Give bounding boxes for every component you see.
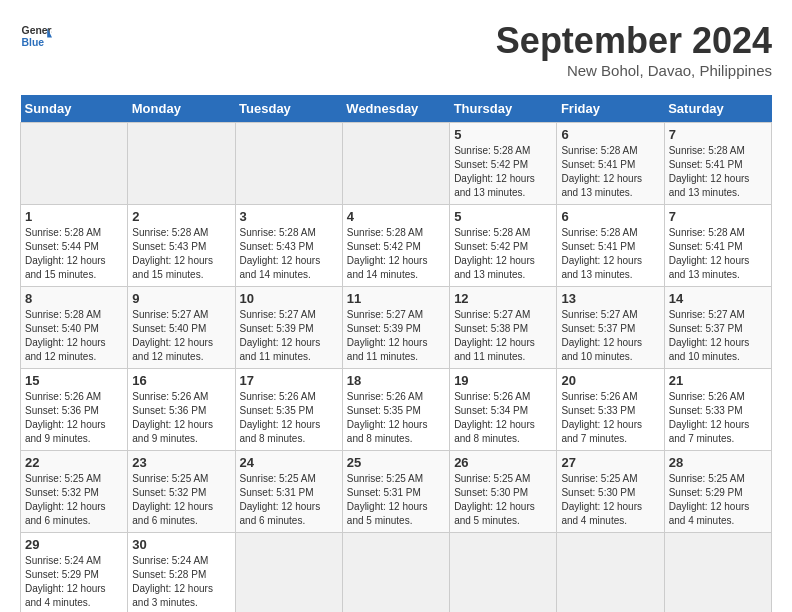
day-info: Sunrise: 5:28 AMSunset: 5:41 PMDaylight:… (561, 226, 659, 282)
day-info: Sunrise: 5:24 AMSunset: 5:29 PMDaylight:… (25, 554, 123, 610)
day-info: Sunrise: 5:28 AMSunset: 5:44 PMDaylight:… (25, 226, 123, 282)
day-info: Sunrise: 5:26 AMSunset: 5:36 PMDaylight:… (132, 390, 230, 446)
weekday-header-thursday: Thursday (450, 95, 557, 123)
weekday-header-row: SundayMondayTuesdayWednesdayThursdayFrid… (21, 95, 772, 123)
day-number: 5 (454, 127, 552, 142)
day-number: 21 (669, 373, 767, 388)
day-number: 16 (132, 373, 230, 388)
calendar-cell: 4Sunrise: 5:28 AMSunset: 5:42 PMDaylight… (342, 205, 449, 287)
day-number: 11 (347, 291, 445, 306)
day-info: Sunrise: 5:28 AMSunset: 5:41 PMDaylight:… (669, 226, 767, 282)
calendar-cell: 21Sunrise: 5:26 AMSunset: 5:33 PMDayligh… (664, 369, 771, 451)
calendar-cell: 5Sunrise: 5:28 AMSunset: 5:42 PMDaylight… (450, 123, 557, 205)
day-number: 9 (132, 291, 230, 306)
day-info: Sunrise: 5:26 AMSunset: 5:35 PMDaylight:… (240, 390, 338, 446)
calendar-cell (128, 123, 235, 205)
day-info: Sunrise: 5:28 AMSunset: 5:40 PMDaylight:… (25, 308, 123, 364)
day-number: 5 (454, 209, 552, 224)
day-info: Sunrise: 5:25 AMSunset: 5:29 PMDaylight:… (669, 472, 767, 528)
day-info: Sunrise: 5:28 AMSunset: 5:42 PMDaylight:… (347, 226, 445, 282)
day-number: 6 (561, 209, 659, 224)
day-number: 7 (669, 127, 767, 142)
day-info: Sunrise: 5:28 AMSunset: 5:43 PMDaylight:… (240, 226, 338, 282)
day-number: 17 (240, 373, 338, 388)
calendar-cell: 18Sunrise: 5:26 AMSunset: 5:35 PMDayligh… (342, 369, 449, 451)
calendar-cell (342, 123, 449, 205)
weekday-header-wednesday: Wednesday (342, 95, 449, 123)
calendar-cell: 27Sunrise: 5:25 AMSunset: 5:30 PMDayligh… (557, 451, 664, 533)
calendar-cell: 26Sunrise: 5:25 AMSunset: 5:30 PMDayligh… (450, 451, 557, 533)
day-info: Sunrise: 5:27 AMSunset: 5:39 PMDaylight:… (347, 308, 445, 364)
title-section: September 2024 New Bohol, Davao, Philipp… (496, 20, 772, 79)
calendar-cell: 6Sunrise: 5:28 AMSunset: 5:41 PMDaylight… (557, 123, 664, 205)
calendar-week-4: 22Sunrise: 5:25 AMSunset: 5:32 PMDayligh… (21, 451, 772, 533)
day-info: Sunrise: 5:26 AMSunset: 5:36 PMDaylight:… (25, 390, 123, 446)
day-number: 2 (132, 209, 230, 224)
day-number: 25 (347, 455, 445, 470)
day-info: Sunrise: 5:26 AMSunset: 5:35 PMDaylight:… (347, 390, 445, 446)
calendar-cell: 10Sunrise: 5:27 AMSunset: 5:39 PMDayligh… (235, 287, 342, 369)
day-number: 27 (561, 455, 659, 470)
calendar-cell: 17Sunrise: 5:26 AMSunset: 5:35 PMDayligh… (235, 369, 342, 451)
day-number: 18 (347, 373, 445, 388)
month-title: September 2024 (496, 20, 772, 62)
calendar-table: SundayMondayTuesdayWednesdayThursdayFrid… (20, 95, 772, 612)
day-number: 3 (240, 209, 338, 224)
calendar-cell: 9Sunrise: 5:27 AMSunset: 5:40 PMDaylight… (128, 287, 235, 369)
day-number: 10 (240, 291, 338, 306)
day-info: Sunrise: 5:27 AMSunset: 5:40 PMDaylight:… (132, 308, 230, 364)
location-title: New Bohol, Davao, Philippines (496, 62, 772, 79)
day-info: Sunrise: 5:26 AMSunset: 5:33 PMDaylight:… (561, 390, 659, 446)
weekday-header-sunday: Sunday (21, 95, 128, 123)
day-info: Sunrise: 5:28 AMSunset: 5:41 PMDaylight:… (561, 144, 659, 200)
day-number: 7 (669, 209, 767, 224)
day-number: 30 (132, 537, 230, 552)
calendar-week-2: 8Sunrise: 5:28 AMSunset: 5:40 PMDaylight… (21, 287, 772, 369)
calendar-cell (235, 123, 342, 205)
calendar-week-5: 29Sunrise: 5:24 AMSunset: 5:29 PMDayligh… (21, 533, 772, 613)
day-number: 6 (561, 127, 659, 142)
day-number: 4 (347, 209, 445, 224)
weekday-header-tuesday: Tuesday (235, 95, 342, 123)
calendar-week-1: 1Sunrise: 5:28 AMSunset: 5:44 PMDaylight… (21, 205, 772, 287)
day-info: Sunrise: 5:25 AMSunset: 5:30 PMDaylight:… (561, 472, 659, 528)
calendar-cell: 12Sunrise: 5:27 AMSunset: 5:38 PMDayligh… (450, 287, 557, 369)
calendar-cell: 22Sunrise: 5:25 AMSunset: 5:32 PMDayligh… (21, 451, 128, 533)
calendar-week-3: 15Sunrise: 5:26 AMSunset: 5:36 PMDayligh… (21, 369, 772, 451)
weekday-header-saturday: Saturday (664, 95, 771, 123)
calendar-cell (557, 533, 664, 613)
day-number: 13 (561, 291, 659, 306)
day-number: 1 (25, 209, 123, 224)
calendar-cell: 5Sunrise: 5:28 AMSunset: 5:42 PMDaylight… (450, 205, 557, 287)
day-info: Sunrise: 5:27 AMSunset: 5:39 PMDaylight:… (240, 308, 338, 364)
day-number: 8 (25, 291, 123, 306)
logo-icon: General Blue (20, 20, 52, 52)
calendar-cell: 23Sunrise: 5:25 AMSunset: 5:32 PMDayligh… (128, 451, 235, 533)
calendar-cell: 7Sunrise: 5:28 AMSunset: 5:41 PMDaylight… (664, 123, 771, 205)
day-info: Sunrise: 5:28 AMSunset: 5:42 PMDaylight:… (454, 144, 552, 200)
weekday-header-monday: Monday (128, 95, 235, 123)
day-number: 29 (25, 537, 123, 552)
weekday-header-friday: Friday (557, 95, 664, 123)
calendar-cell: 14Sunrise: 5:27 AMSunset: 5:37 PMDayligh… (664, 287, 771, 369)
calendar-cell (21, 123, 128, 205)
day-number: 19 (454, 373, 552, 388)
calendar-cell (450, 533, 557, 613)
svg-text:Blue: Blue (22, 37, 45, 48)
calendar-cell: 7Sunrise: 5:28 AMSunset: 5:41 PMDaylight… (664, 205, 771, 287)
day-info: Sunrise: 5:25 AMSunset: 5:30 PMDaylight:… (454, 472, 552, 528)
logo: General Blue (20, 20, 52, 52)
day-info: Sunrise: 5:28 AMSunset: 5:43 PMDaylight:… (132, 226, 230, 282)
day-number: 14 (669, 291, 767, 306)
day-info: Sunrise: 5:27 AMSunset: 5:37 PMDaylight:… (561, 308, 659, 364)
calendar-cell (342, 533, 449, 613)
day-info: Sunrise: 5:25 AMSunset: 5:31 PMDaylight:… (347, 472, 445, 528)
calendar-cell: 6Sunrise: 5:28 AMSunset: 5:41 PMDaylight… (557, 205, 664, 287)
calendar-cell: 16Sunrise: 5:26 AMSunset: 5:36 PMDayligh… (128, 369, 235, 451)
day-info: Sunrise: 5:26 AMSunset: 5:33 PMDaylight:… (669, 390, 767, 446)
calendar-cell: 13Sunrise: 5:27 AMSunset: 5:37 PMDayligh… (557, 287, 664, 369)
day-info: Sunrise: 5:25 AMSunset: 5:32 PMDaylight:… (132, 472, 230, 528)
calendar-cell: 25Sunrise: 5:25 AMSunset: 5:31 PMDayligh… (342, 451, 449, 533)
calendar-cell: 19Sunrise: 5:26 AMSunset: 5:34 PMDayligh… (450, 369, 557, 451)
day-number: 23 (132, 455, 230, 470)
